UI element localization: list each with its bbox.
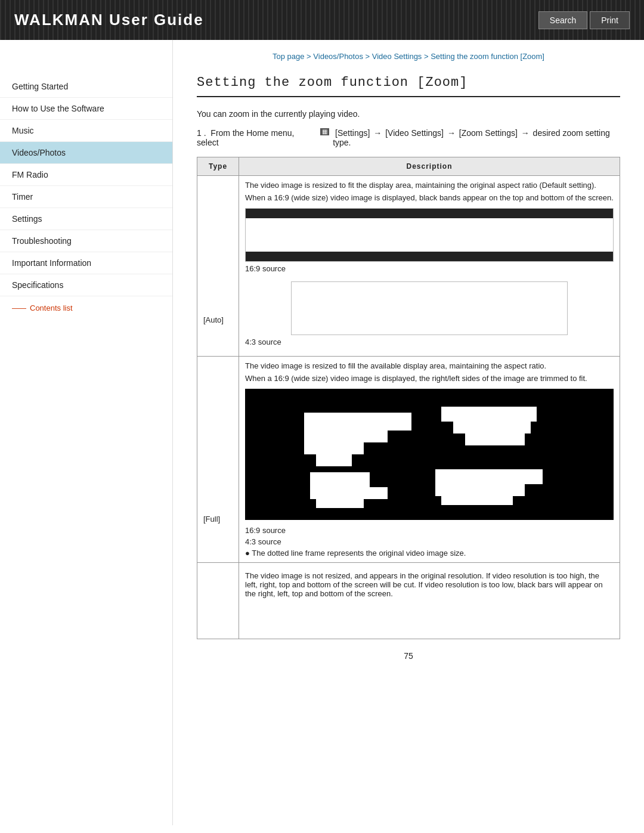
app-title: WALKMAN User Guide — [14, 11, 204, 29]
table-row-auto: [Auto] The video image is resized to fit… — [197, 176, 620, 357]
desc-full: The video image is resized to fill the a… — [239, 357, 620, 563]
full-label: [Full] — [203, 515, 233, 524]
sidebar: Getting Started How to Use the Software … — [0, 40, 173, 825]
breadcrumb: Top page > Videos/Photos > Video Setting… — [197, 52, 620, 61]
sidebar-item-music[interactable]: Music — [0, 120, 172, 142]
svg-rect-6 — [453, 422, 531, 433]
contents-list-link[interactable]: Contents list — [0, 296, 172, 320]
full-169-label: 16:9 source — [245, 526, 614, 535]
auto-169-visual: 16:9 source — [245, 208, 614, 273]
svg-rect-5 — [441, 407, 537, 422]
sidebar-item-important-information[interactable]: Important Information — [0, 252, 172, 274]
header: WALKMAN User Guide Search Print — [0, 0, 644, 40]
auto-desc-1: The video image is resized to fit the di… — [245, 181, 614, 190]
step-1-text: 1 . From the Home menu, select ▦ [Settin… — [197, 128, 620, 147]
col-type-header: Type — [197, 157, 239, 176]
svg-rect-8 — [310, 472, 370, 487]
full-note: ● The dotted line frame represents the o… — [245, 549, 614, 558]
sidebar-item-specifications[interactable]: Specifications — [0, 274, 172, 296]
table-row-no-zoom: The video image is not resized, and appe… — [197, 563, 620, 639]
type-auto: [Auto] — [197, 176, 239, 357]
zoom-table: Type Description [Auto] The video image … — [197, 157, 620, 639]
svg-rect-7 — [465, 433, 525, 445]
table-row-full: [Full] The video image is resized to fil… — [197, 357, 620, 563]
breadcrumb-videos-photos[interactable]: Videos/Photos — [313, 52, 363, 61]
print-button[interactable]: Print — [590, 11, 630, 29]
full-43-label: 4:3 source — [245, 537, 614, 546]
contents-list-label: Contents list — [30, 304, 73, 312]
svg-rect-13 — [441, 496, 513, 505]
full-desc-1: The video image is resized to fill the a… — [245, 361, 614, 370]
full-image-visual — [245, 389, 614, 520]
type-full: [Full] — [197, 357, 239, 563]
page-number: 75 — [197, 651, 620, 661]
sidebar-item-timer[interactable]: Timer — [0, 186, 172, 208]
col-description-header: Description — [239, 157, 620, 176]
breadcrumb-top-page[interactable]: Top page — [273, 52, 305, 61]
svg-rect-12 — [435, 484, 525, 496]
full-desc-2: When a 16:9 (wide size) video image is d… — [245, 374, 614, 383]
auto-43-visual: 4:3 source — [245, 281, 614, 346]
breadcrumb-video-settings[interactable]: Video Settings — [372, 52, 422, 61]
svg-rect-11 — [435, 469, 543, 484]
no-zoom-desc: The video image is not resized, and appe… — [245, 568, 614, 634]
type-no-zoom — [197, 563, 239, 639]
svg-rect-3 — [304, 442, 364, 454]
sidebar-item-troubleshooting[interactable]: Troubleshooting — [0, 230, 172, 252]
desc-no-zoom: The video image is not resized, and appe… — [239, 563, 620, 639]
svg-rect-2 — [304, 431, 388, 442]
sidebar-item-fm-radio[interactable]: FM Radio — [0, 164, 172, 186]
layout: Getting Started How to Use the Software … — [0, 40, 644, 825]
auto-169-label: 16:9 source — [245, 264, 614, 273]
page-title: Setting the zoom function [Zoom] — [197, 75, 620, 97]
auto-43-label: 4:3 source — [245, 337, 614, 346]
svg-rect-9 — [310, 487, 388, 499]
auto-desc-2: When a 16:9 (wide size) video image is d… — [245, 193, 614, 202]
svg-rect-1 — [304, 413, 411, 431]
svg-rect-10 — [316, 499, 364, 508]
search-button[interactable]: Search — [538, 11, 587, 29]
svg-rect-4 — [316, 454, 352, 466]
desc-auto: The video image is resized to fit the di… — [239, 176, 620, 357]
sidebar-item-how-to-use[interactable]: How to Use the Software — [0, 98, 172, 120]
intro-text: You can zoom in the currently playing vi… — [197, 109, 620, 119]
sidebar-item-getting-started[interactable]: Getting Started — [0, 76, 172, 98]
settings-icon: ▦ — [320, 128, 329, 135]
auto-label: [Auto] — [203, 315, 233, 324]
full-image-svg — [245, 389, 614, 520]
breadcrumb-setting-zoom[interactable]: Setting the zoom function [Zoom] — [431, 52, 544, 61]
sidebar-item-settings[interactable]: Settings — [0, 208, 172, 230]
sidebar-item-videos-photos[interactable]: Videos/Photos — [0, 142, 172, 164]
header-buttons: Search Print — [538, 11, 630, 29]
main-content: Top page > Videos/Photos > Video Setting… — [173, 40, 644, 825]
